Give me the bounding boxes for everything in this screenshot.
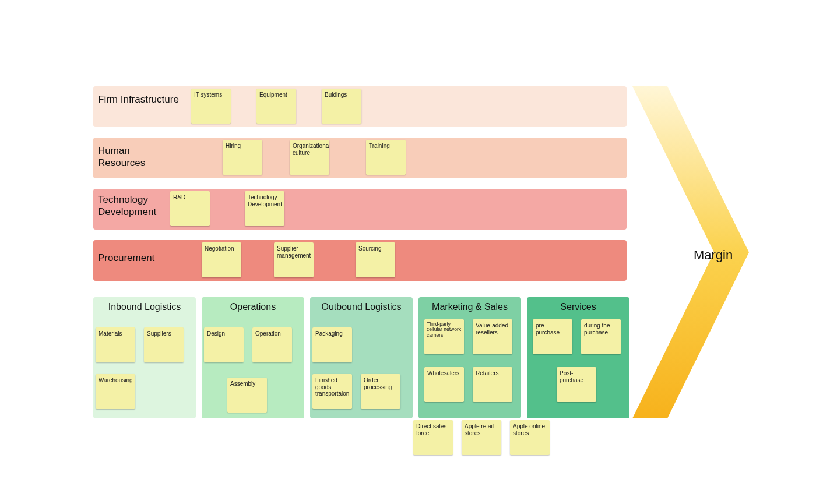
- note-training[interactable]: Training: [366, 140, 406, 175]
- note-operation[interactable]: Operation: [252, 327, 292, 362]
- support-label-human-resources: Human Resources: [98, 144, 180, 170]
- note-suppliers[interactable]: Suppliers: [144, 327, 184, 362]
- note-apple-online-stores[interactable]: Apple online stores: [510, 420, 550, 455]
- note-post-purchase[interactable]: Post-purchase: [557, 367, 596, 402]
- note-wholesalers[interactable]: Wholesalers: [424, 367, 464, 402]
- note-packaging[interactable]: Packaging: [312, 327, 352, 362]
- note-retailers[interactable]: Retailers: [473, 367, 512, 402]
- note-finished-goods-trans[interactable]: Finished goods transportaion: [312, 374, 352, 409]
- note-third-party-carriers[interactable]: Third-party cellular network carriers: [424, 319, 464, 354]
- note-sourcing[interactable]: Sourcing: [356, 242, 395, 277]
- note-hiring[interactable]: Hiring: [223, 140, 262, 175]
- support-label-firm-infrastructure: Firm Infrastructure: [98, 93, 180, 105]
- primary-label-outbound-logistics: Outbound Logistics: [310, 297, 413, 312]
- note-supplier-mgmt[interactable]: Supplier management: [274, 242, 314, 277]
- note-during-purchase[interactable]: during the purchase: [581, 319, 621, 354]
- note-warehousing[interactable]: Warehousing: [96, 374, 135, 409]
- support-label-procurement: Procurement: [98, 252, 180, 264]
- note-value-added-resellers[interactable]: Value-added resellers: [473, 319, 512, 354]
- note-design[interactable]: Design: [204, 327, 244, 362]
- note-rnd[interactable]: R&D: [170, 191, 210, 226]
- support-label-technology-development: Technology Development: [98, 193, 180, 218]
- note-buildings[interactable]: Buidings: [322, 89, 361, 124]
- primary-label-services: Services: [527, 297, 629, 312]
- note-assembly[interactable]: Assembly: [227, 378, 267, 413]
- margin-label: Margin: [694, 248, 733, 263]
- primary-label-operations: Operations: [202, 297, 304, 312]
- note-order-processing[interactable]: Order processing: [361, 374, 400, 409]
- note-materials[interactable]: Materials: [96, 327, 135, 362]
- note-direct-sales-force[interactable]: Direct sales force: [413, 420, 453, 455]
- note-negotiation[interactable]: Negotiation: [202, 242, 241, 277]
- note-it-systems[interactable]: IT systems: [191, 89, 231, 124]
- primary-label-inbound-logistics: Inbound Logistics: [93, 297, 196, 312]
- note-pre-purchase[interactable]: pre-purchase: [533, 319, 572, 354]
- note-tech-dev[interactable]: Technology Development: [245, 191, 284, 226]
- primary-label-marketing-sales: Marketing & Sales: [418, 297, 521, 312]
- note-org-culture[interactable]: Organizational culture: [290, 140, 329, 175]
- note-apple-retail-stores[interactable]: Apple retail stores: [462, 420, 501, 455]
- note-equipment[interactable]: Equipment: [256, 89, 296, 124]
